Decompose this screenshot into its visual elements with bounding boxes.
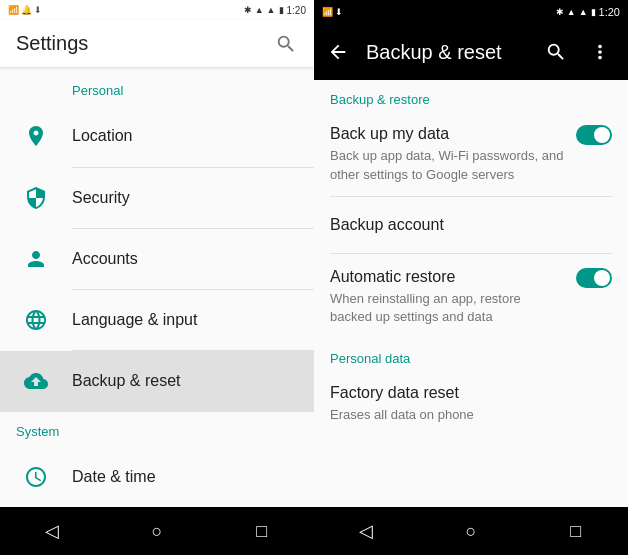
factory-data-reset-subtitle: Erases all data on phone [330,406,600,424]
home-button-right[interactable]: ○ [441,507,501,555]
back-arrow-button[interactable] [318,32,358,72]
back-button-right[interactable]: ◁ [336,507,396,555]
wifi-icon-r: ▲ [567,7,576,17]
security-icon [16,178,56,218]
app-bar-actions [536,32,620,72]
automatic-restore-subtitle: When reinstalling an app, restore backed… [330,290,564,326]
settings-title: Settings [16,32,274,55]
section-personal-label: Personal [0,67,314,106]
sidebar-item-datetime[interactable]: Date & time [0,447,314,507]
bluetooth-icon: ✱ [244,5,252,15]
factory-data-reset-text: Factory data reset Erases all data on ph… [330,382,612,425]
recents-button-left[interactable]: □ [232,507,292,555]
backup-restore-label: Backup & restore [314,80,628,111]
backup-account-title: Backup account [330,216,444,234]
back-up-my-data-subtitle: Back up app data, Wi-Fi passwords, and o… [330,147,564,183]
location-label: Location [72,127,133,145]
download-icon-r: ⬇ [335,7,343,17]
status-bar-right: 📶 ⬇ ✱ ▲ ▲ ▮ 1:20 [314,0,628,24]
backup-account-item[interactable]: Backup account [314,197,628,253]
search-button-right[interactable] [536,32,576,72]
more-options-button[interactable] [580,32,620,72]
status-bar-right-right-icons: ✱ ▲ ▲ ▮ 1:20 [556,6,620,18]
backup-content: Backup & restore Back up my data Back up… [314,80,628,507]
time-left: 1:20 [287,5,306,16]
backup-reset-title: Backup & reset [366,41,528,64]
status-bar-right-left-icons: 📶 ⬇ [322,7,343,17]
home-button-left[interactable]: ○ [127,507,187,555]
back-up-my-data-text: Back up my data Back up app data, Wi-Fi … [330,123,576,184]
automatic-restore-title: Automatic restore [330,266,564,288]
security-label: Security [72,189,130,207]
status-bar-left-icons: 📶🔔⬇ [8,5,42,15]
sidebar-item-backup[interactable]: Backup & reset [0,351,314,411]
accounts-label: Accounts [72,250,138,268]
nav-bar-left: ◁ ○ □ [0,507,314,555]
location-icon [16,116,56,156]
battery-icon: ▮ [279,5,284,15]
search-button[interactable] [274,32,298,56]
clock-icon [16,457,56,497]
battery-icon-r: ▮ [591,7,596,17]
notification-icons: 📶🔔⬇ [8,5,42,15]
signal-icon: ▲ [267,5,276,15]
language-icon [16,300,56,340]
back-button-left[interactable]: ◁ [22,507,82,555]
factory-data-reset-item[interactable]: Factory data reset Erases all data on ph… [314,370,628,437]
signal-icon-r: ▲ [579,7,588,17]
wifi-icon: ▲ [255,5,264,15]
back-up-my-data-toggle[interactable] [576,125,612,145]
backup-icon [16,361,56,401]
nav-bar-right: ◁ ○ □ [314,507,628,555]
app-bar-right: Backup & reset [314,24,628,80]
section-system-label: System [0,412,314,447]
automatic-restore-text: Automatic restore When reinstalling an a… [330,266,576,327]
time-right: 1:20 [599,6,620,18]
accounts-icon [16,239,56,279]
automatic-restore-item[interactable]: Automatic restore When reinstalling an a… [314,254,628,339]
backup-label: Backup & reset [72,372,181,390]
automatic-restore-toggle[interactable] [576,268,612,288]
status-bar-left: 📶🔔⬇ ✱ ▲ ▲ ▮ 1:20 [0,0,314,20]
sidebar-item-location[interactable]: Location [0,106,314,166]
right-panel: 📶 ⬇ ✱ ▲ ▲ ▮ 1:20 Backup & reset Backup & [314,0,628,555]
notif-icon-r: 📶 [322,7,333,17]
bt-icon-r: ✱ [556,7,564,17]
datetime-label: Date & time [72,468,156,486]
back-up-my-data-title: Back up my data [330,123,564,145]
left-panel: 📶🔔⬇ ✱ ▲ ▲ ▮ 1:20 Settings Personal Locat… [0,0,314,555]
personal-data-label: Personal data [314,339,628,370]
back-up-my-data-item[interactable]: Back up my data Back up app data, Wi-Fi … [314,111,628,196]
recents-button-right[interactable]: □ [546,507,606,555]
status-bar-right-icons: ✱ ▲ ▲ ▮ 1:20 [244,5,306,16]
sidebar-item-accounts[interactable]: Accounts [0,229,314,289]
app-bar-left: Settings [0,20,314,67]
sidebar-item-language[interactable]: Language & input [0,290,314,350]
language-label: Language & input [72,311,197,329]
sidebar-item-security[interactable]: Security [0,167,314,227]
factory-data-reset-title: Factory data reset [330,382,600,404]
